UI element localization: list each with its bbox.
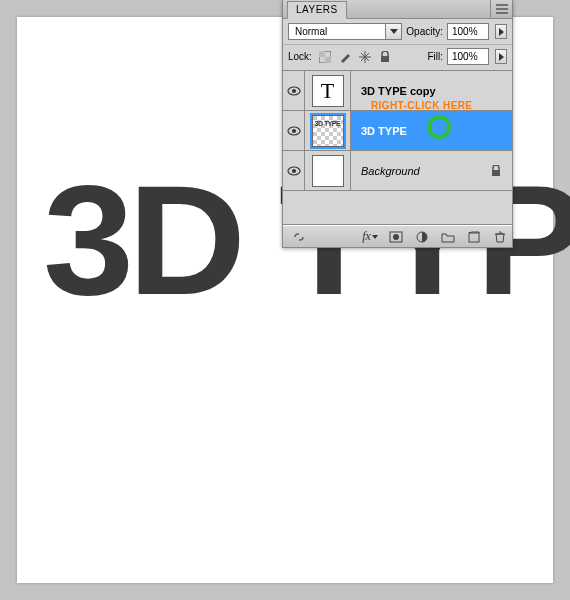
svg-rect-1 — [319, 51, 325, 57]
panel-tab-bar: LAYERS — [283, 0, 512, 19]
lock-all-icon[interactable] — [378, 50, 392, 64]
lock-label: Lock: — [288, 51, 312, 62]
opacity-flyout-button[interactable] — [495, 24, 507, 39]
layers-panel: LAYERS Normal Opacity: 100% Lock: Fill: … — [282, 0, 513, 248]
visibility-toggle[interactable] — [283, 111, 305, 150]
lock-transparency-icon[interactable] — [318, 50, 332, 64]
new-layer-button[interactable] — [466, 230, 482, 244]
thumb-preview-text: 3D TYPE — [315, 120, 341, 127]
layer-thumbnail[interactable] — [305, 151, 351, 190]
opacity-label: Opacity: — [406, 26, 443, 37]
visibility-toggle[interactable] — [283, 71, 305, 110]
layer-row[interactable]: Background — [283, 151, 512, 191]
type-layer-thumb-icon: T — [312, 75, 344, 107]
layer-name: 3D TYPE — [361, 125, 407, 137]
svg-point-7 — [292, 129, 296, 133]
annotation-right-click: RIGHT-CLICK HERE — [371, 100, 472, 111]
svg-rect-2 — [325, 57, 331, 63]
visibility-toggle[interactable] — [283, 151, 305, 190]
panel-menu-button[interactable] — [490, 0, 512, 18]
layer-thumbnail[interactable]: 3D TYPE — [305, 111, 351, 150]
bg-layer-thumb-icon — [312, 155, 344, 187]
raster-layer-thumb-icon: 3D TYPE — [312, 115, 344, 147]
layer-style-button[interactable]: fx — [362, 230, 378, 244]
adjustment-layer-button[interactable] — [414, 230, 430, 244]
chevron-down-icon — [385, 24, 401, 39]
delete-layer-button[interactable] — [492, 230, 508, 244]
annotation-highlight-circle — [427, 115, 451, 139]
blend-mode-select[interactable]: Normal — [288, 23, 402, 40]
panel-footer: fx — [283, 225, 512, 247]
new-group-button[interactable] — [440, 230, 456, 244]
fill-input[interactable]: 100% — [447, 48, 489, 65]
blend-mode-value: Normal — [289, 26, 333, 37]
lock-position-icon[interactable] — [358, 50, 372, 64]
layer-mask-button[interactable] — [388, 230, 404, 244]
tab-layers[interactable]: LAYERS — [287, 1, 347, 19]
lock-icon — [490, 165, 502, 177]
layer-list: T 3D TYPE copy 3D TYPE 3D TYPE — [283, 71, 512, 225]
fill-value: 100% — [452, 51, 478, 62]
fill-flyout-button[interactable] — [495, 49, 507, 64]
layer-list-empty-area[interactable] — [283, 191, 512, 225]
lock-pixels-icon[interactable] — [338, 50, 352, 64]
layer-name-area[interactable]: 3D TYPE — [351, 111, 512, 150]
layer-name: 3D TYPE copy — [361, 85, 436, 97]
fill-label: Fill: — [427, 51, 443, 62]
layer-name: Background — [361, 165, 420, 177]
lock-fill-row: Lock: Fill: 100% — [283, 45, 512, 71]
svg-rect-10 — [492, 170, 500, 176]
opacity-input[interactable]: 100% — [447, 23, 489, 40]
svg-point-5 — [292, 89, 296, 93]
layer-row[interactable]: 3D TYPE 3D TYPE — [283, 111, 512, 151]
svg-point-9 — [292, 169, 296, 173]
layer-name-area[interactable]: Background — [351, 151, 512, 190]
svg-rect-3 — [381, 56, 389, 62]
blend-opacity-row: Normal Opacity: 100% — [283, 19, 512, 45]
svg-point-12 — [393, 234, 399, 240]
opacity-value: 100% — [452, 26, 478, 37]
lock-buttons-group — [318, 50, 392, 64]
link-layers-button[interactable] — [291, 230, 307, 244]
svg-rect-14 — [469, 233, 479, 242]
layer-thumbnail[interactable]: T — [305, 71, 351, 110]
